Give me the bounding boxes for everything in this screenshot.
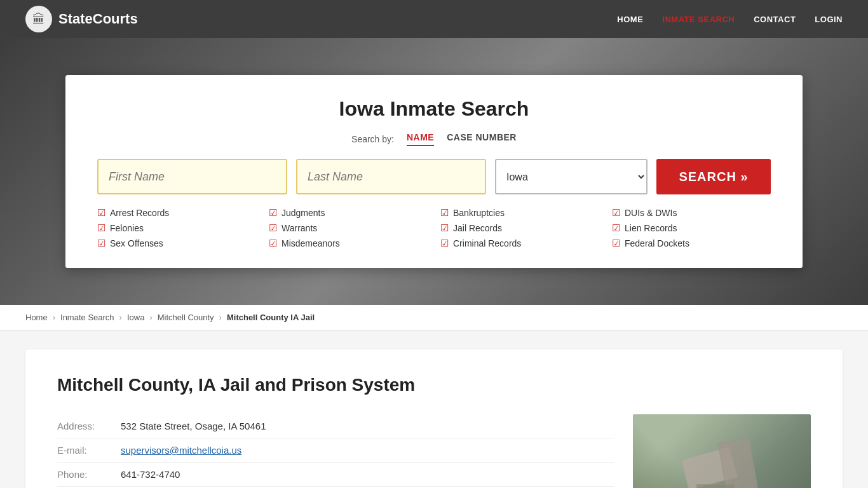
info-label: Address: (57, 421, 108, 431)
checkbox-icon: ☑ (97, 238, 105, 249)
building-shape-3 (696, 484, 735, 488)
checkbox-label: Criminal Records (453, 238, 521, 248)
checkbox-icon: ☑ (97, 207, 105, 219)
breadcrumb-item[interactable]: Iowa (127, 313, 144, 322)
breadcrumb: Home›Inmate Search›Iowa›Mitchell County›… (0, 305, 868, 330)
checkbox-label: Jail Records (453, 223, 502, 233)
hero-section: COURTHOUSE Iowa Inmate Search Search by:… (0, 38, 868, 305)
nav-inmate-search[interactable]: INMATE SEARCH (662, 15, 735, 24)
checkbox-icon: ☑ (440, 238, 449, 249)
nav-login[interactable]: LOGIN (815, 15, 843, 24)
checkbox-item: ☑Criminal Records (440, 238, 599, 249)
info-value[interactable]: supervisors@mitchellcoia.us (121, 445, 241, 456)
nav-contact[interactable]: CONTACT (754, 15, 796, 24)
checkbox-label: Sex Offenses (110, 238, 163, 248)
checkbox-item: ☑Sex Offenses (97, 238, 256, 249)
checkbox-label: DUIs & DWIs (625, 208, 677, 218)
info-label: E-mail: (57, 445, 108, 456)
info-value: 641-732-4740 (121, 469, 180, 480)
checkbox-icon: ☑ (612, 238, 620, 249)
tab-name[interactable]: NAME (407, 132, 434, 146)
info-row: Phone:641-732-4740 (57, 463, 614, 487)
checkbox-label: Warrants (281, 223, 317, 233)
checkbox-icon: ☑ (269, 238, 277, 249)
checkbox-icon: ☑ (269, 222, 277, 234)
checkbox-icon: ☑ (97, 222, 105, 234)
checkbox-item: ☑Federal Dockets (612, 238, 771, 249)
logo[interactable]: 🏛 StateCourts (25, 6, 138, 32)
checkbox-icon: ☑ (612, 207, 620, 219)
checkbox-item: ☑Judgments (269, 207, 428, 219)
search-button[interactable]: SEARCH » (656, 159, 771, 194)
checkbox-icon: ☑ (440, 207, 449, 219)
search-inputs-row: Iowa Alabama Alaska Arizona Arkansas Cal… (97, 159, 771, 194)
nav-home[interactable]: HOME (617, 15, 643, 24)
checkbox-label: Lien Records (625, 223, 677, 233)
checkbox-item: ☑Jail Records (440, 222, 599, 234)
breadcrumb-item[interactable]: Home (25, 313, 48, 322)
breadcrumb-sep: › (219, 313, 222, 322)
checkbox-label: Judgments (281, 208, 325, 218)
checkboxes-grid: ☑Arrest Records☑Judgments☑Bankruptcies☑D… (97, 207, 771, 249)
checkbox-label: Misdemeanors (281, 238, 340, 248)
checkbox-icon: ☑ (269, 207, 277, 219)
breadcrumb-sep: › (119, 313, 122, 322)
breadcrumb-item[interactable]: Mitchell County (158, 313, 214, 322)
state-select[interactable]: Iowa Alabama Alaska Arizona Arkansas Cal… (495, 159, 648, 194)
checkbox-icon: ☑ (612, 222, 620, 234)
checkbox-item: ☑Misdemeanors (269, 238, 428, 249)
first-name-input[interactable] (97, 159, 287, 194)
search-card: Iowa Inmate Search Search by: NAME CASE … (65, 75, 803, 268)
content-card: Mitchell County, IA Jail and Prison Syst… (25, 349, 843, 488)
facility-image (633, 414, 811, 488)
search-by-row: Search by: NAME CASE NUMBER (97, 132, 771, 146)
checkbox-item: ☑Lien Records (612, 222, 771, 234)
checkbox-label: Arrest Records (110, 208, 169, 218)
search-title: Iowa Inmate Search (97, 97, 771, 121)
breadcrumb-sep: › (53, 313, 55, 322)
content-title: Mitchell County, IA Jail and Prison Syst… (57, 375, 811, 395)
info-left: Address:532 State Street, Osage, IA 5046… (57, 414, 614, 488)
checkbox-label: Federal Dockets (625, 238, 689, 248)
checkbox-icon: ☑ (440, 222, 449, 234)
logo-icon: 🏛 (25, 6, 52, 32)
site-header: 🏛 StateCourts HOME INMATE SEARCH CONTACT… (0, 0, 868, 38)
checkbox-item: ☑Felonies (97, 222, 256, 234)
checkbox-item: ☑Arrest Records (97, 207, 256, 219)
checkbox-label: Bankruptcies (453, 208, 505, 218)
info-row: E-mail:supervisors@mitchellcoia.us (57, 438, 614, 463)
breadcrumb-item: Mitchell County IA Jail (227, 313, 315, 322)
logo-text: StateCourts (58, 11, 138, 27)
checkbox-item: ☑Warrants (269, 222, 428, 234)
info-row: Address:532 State Street, Osage, IA 5046… (57, 414, 614, 438)
info-value: 532 State Street, Osage, IA 50461 (121, 421, 266, 431)
checkbox-item: ☑Bankruptcies (440, 207, 599, 219)
last-name-input[interactable] (296, 159, 486, 194)
breadcrumb-item[interactable]: Inmate Search (60, 313, 114, 322)
checkbox-item: ☑DUIs & DWIs (612, 207, 771, 219)
search-by-label: Search by: (351, 134, 394, 144)
tab-case-number[interactable]: CASE NUMBER (447, 132, 517, 146)
breadcrumb-sep: › (149, 313, 152, 322)
info-table: Address:532 State Street, Osage, IA 5046… (57, 414, 811, 488)
content-section: Mitchell County, IA Jail and Prison Syst… (0, 330, 868, 488)
info-label: Phone: (57, 469, 108, 480)
main-nav: HOME INMATE SEARCH CONTACT LOGIN (617, 15, 843, 24)
checkbox-label: Felonies (110, 223, 144, 233)
